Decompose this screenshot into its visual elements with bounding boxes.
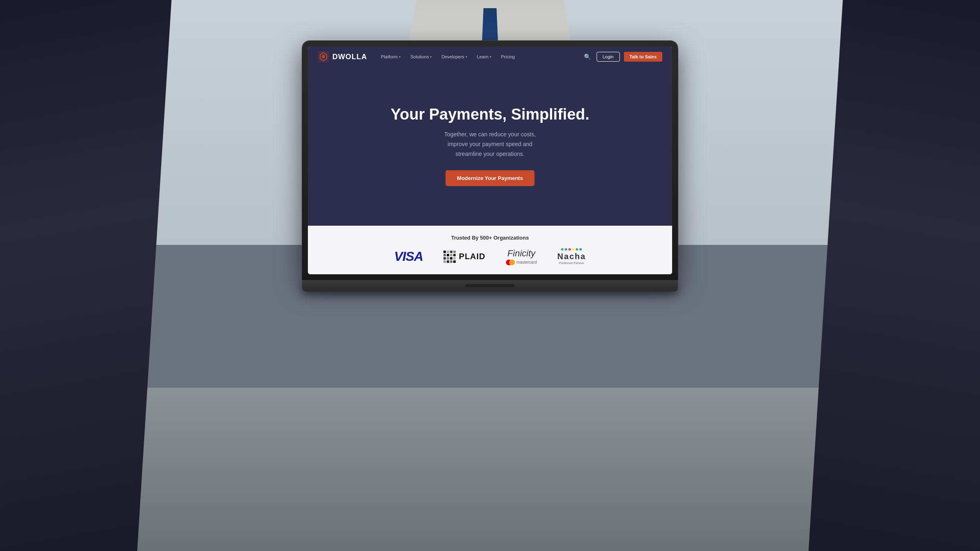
laptop-screen: DWOLLA Platform ▾ Solutions ▾ (308, 47, 672, 274)
hero-section: Your Payments, Simplified. Together, we … (308, 67, 672, 226)
nav-item-learn[interactable]: Learn ▾ (473, 52, 495, 62)
nav-left: DWOLLA Platform ▾ Solutions ▾ (318, 51, 519, 62)
logo-text: DWOLLA (332, 53, 367, 61)
nacha-preferred-partner: Preferred Partner (559, 261, 584, 265)
visa-logo: VISA (394, 249, 423, 264)
partners-logos: VISA (316, 248, 664, 265)
hero-title: Your Payments, Simplified. (390, 106, 589, 123)
nacha-dot-green (561, 248, 564, 251)
login-button[interactable]: Login (597, 52, 620, 62)
nav-solutions-label: Solutions (410, 54, 429, 59)
hero-subtitle-line1: Together, we can reduce your costs, (444, 131, 536, 138)
chevron-down-icon: ▾ (466, 55, 467, 59)
mc-orange-circle (509, 260, 515, 265)
plaid-text: PLAID (459, 252, 486, 261)
suit-left (0, 0, 172, 551)
hero-subtitle-line2: improve your payment speed and (448, 141, 532, 147)
finicity-text: Finicity (506, 248, 537, 259)
talk-to-sales-button[interactable]: Talk to Sales (624, 52, 662, 62)
logo-area[interactable]: DWOLLA (318, 51, 367, 62)
chevron-down-icon: ▾ (430, 55, 432, 59)
hero-subtitle-line3: streamline your operations. (456, 151, 525, 157)
nacha-dot-blue (565, 248, 567, 251)
nav-developers-label: Developers (441, 54, 464, 59)
nacha-dot-red (568, 248, 571, 251)
nacha-dot-green2 (576, 248, 578, 251)
laptop: DWOLLA Platform ▾ Solutions ▾ (302, 41, 678, 291)
mastercard-text: mastercard (517, 260, 537, 264)
chevron-down-icon: ▾ (399, 55, 401, 59)
website: DWOLLA Platform ▾ Solutions ▾ (308, 47, 672, 274)
mastercard-icon (506, 260, 515, 265)
cta-button[interactable]: Modernize Your Payments (445, 170, 534, 186)
nav-item-platform[interactable]: Platform ▾ (377, 52, 405, 62)
search-icon[interactable]: 🔍 (582, 52, 592, 62)
navbar: DWOLLA Platform ▾ Solutions ▾ (308, 47, 672, 67)
nacha-icon (561, 248, 582, 251)
nav-right: 🔍 Login Talk to Sales (582, 52, 662, 62)
plaid-grid-icon (443, 251, 456, 263)
laptop-base (302, 280, 678, 291)
nacha-logo: Nacha Preferred Partner (557, 248, 586, 265)
partners-title: Trusted By 500+ Organizations (316, 235, 664, 241)
nacha-dot-yellow (572, 248, 575, 251)
nacha-dot-blue2 (579, 248, 582, 251)
finicity-logo: Finicity mastercard (506, 248, 537, 265)
nav-item-developers[interactable]: Developers ▾ (437, 52, 471, 62)
hero-subtitle: Together, we can reduce your costs, impr… (444, 130, 536, 159)
finicity-sub: mastercard (506, 260, 537, 265)
nacha-text: Nacha (557, 252, 586, 261)
partners-section: Trusted By 500+ Organizations VISA (308, 226, 672, 274)
nav-platform-label: Platform (381, 54, 398, 59)
nav-menu: Platform ▾ Solutions ▾ Developers ▾ (377, 52, 519, 62)
suit-right (808, 0, 980, 551)
dwolla-logo-icon (318, 51, 329, 62)
nav-pricing-label: Pricing (501, 54, 515, 59)
nav-learn-label: Learn (477, 54, 488, 59)
nav-item-pricing[interactable]: Pricing (497, 52, 519, 62)
visa-text: VISA (394, 249, 423, 264)
laptop-screen-outer: DWOLLA Platform ▾ Solutions ▾ (302, 41, 678, 280)
plaid-logo: PLAID (443, 251, 486, 263)
nav-item-solutions[interactable]: Solutions ▾ (406, 52, 436, 62)
chevron-down-icon: ▾ (490, 55, 491, 59)
